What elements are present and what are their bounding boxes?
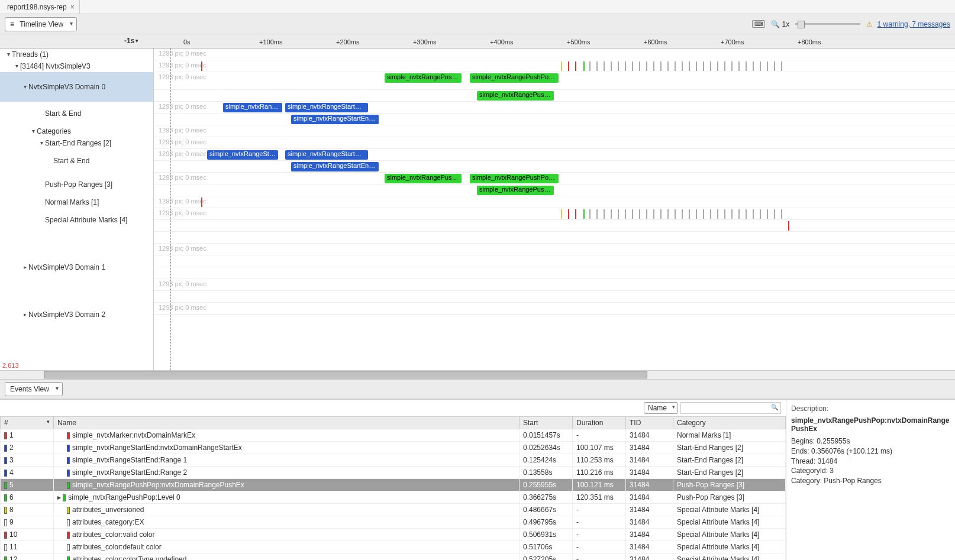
nvtx-mark[interactable] — [696, 61, 697, 71]
nvtx-mark[interactable] — [774, 61, 775, 71]
table-row[interactable]: 1simple_nvtxMarker:nvtxDomainMarkEx0.015… — [1, 429, 786, 442]
nvtx-mark[interactable] — [724, 61, 725, 71]
nvtx-mark[interactable] — [568, 209, 569, 219]
nvtx-mark[interactable] — [660, 209, 662, 219]
col-start[interactable]: Start — [520, 417, 573, 429]
nvtx-mark[interactable] — [717, 61, 718, 71]
table-row[interactable]: 11attributes_color:default color0.51706s… — [1, 541, 786, 553]
track-row[interactable]: 1293 px; 0 msec — [154, 208, 955, 220]
tree-row[interactable]: Start & End — [0, 149, 153, 173]
track-row[interactable] — [154, 220, 955, 232]
track-row[interactable] — [154, 255, 955, 267]
track-row[interactable]: simple_nvtxRangeStartEnd… — [154, 161, 955, 173]
nvtx-mark[interactable] — [696, 209, 697, 219]
nvtx-mark[interactable] — [604, 61, 605, 71]
nvtx-range[interactable]: simple_nvtxRangeStartEn… — [285, 103, 368, 112]
nvtx-mark[interactable] — [561, 61, 562, 71]
nvtx-mark[interactable] — [760, 209, 761, 219]
tree-row[interactable]: ▾Start-End Ranges [2] — [0, 137, 153, 149]
track-row[interactable]: simple_nvtxRangePush… — [154, 184, 955, 196]
nvtx-mark[interactable] — [604, 209, 605, 219]
nvtx-mark[interactable] — [781, 209, 782, 219]
track-row[interactable]: 1293 px; 0 msec — [154, 60, 955, 72]
nvtx-mark[interactable] — [689, 61, 690, 71]
close-icon[interactable]: × — [70, 3, 75, 11]
tree-row[interactable]: Start & End — [0, 102, 153, 125]
track-row[interactable]: simple_nvtxRangePush… — [154, 90, 955, 102]
nvtx-range[interactable]: simple_nvtxRangeStartEnd… — [291, 115, 379, 124]
nvtx-mark[interactable] — [653, 209, 654, 219]
nvtx-mark[interactable] — [675, 61, 676, 71]
track-row[interactable]: 1293 px; 0 msec — [154, 48, 955, 60]
nvtx-mark[interactable] — [596, 209, 598, 219]
track-row[interactable]: 1293 px; 0 msec — [154, 244, 955, 255]
scroll-thumb[interactable] — [44, 371, 647, 378]
nvtx-range[interactable]: simple_nvtxRangeStartEn… — [285, 150, 368, 160]
expand-icon[interactable]: ▾ — [21, 83, 28, 90]
nvtx-mark[interactable] — [675, 209, 676, 219]
expand-icon[interactable]: ▸ — [21, 311, 28, 318]
ruler-origin[interactable]: -1s▾ — [124, 37, 138, 45]
nvtx-mark[interactable] — [575, 209, 576, 219]
events-table[interactable]: #▾ Name Start Duration TID Category 1sim… — [0, 416, 786, 560]
table-row[interactable]: 6▸ simple_nvtxRangePushPop:Level 00.3662… — [1, 491, 786, 504]
nvtx-mark[interactable] — [738, 209, 740, 219]
col-duration[interactable]: Duration — [573, 417, 626, 429]
nvtx-mark[interactable] — [646, 209, 647, 219]
tree-row[interactable]: Normal Marks [1] — [0, 196, 153, 208]
nvtx-range[interactable]: simple_nvtxRangePushPop:L… — [470, 73, 559, 83]
expand-icon[interactable]: ▾ — [5, 51, 12, 57]
zoom-control[interactable]: 🔍 1x — [771, 20, 790, 28]
nvtx-range[interactable]: simple_nvtxRangePush… — [385, 73, 462, 83]
tree-row[interactable]: ▾NvtxSimpleV3 Domain 0 — [0, 72, 153, 102]
track-row[interactable] — [154, 267, 955, 279]
table-row[interactable]: 2simple_nvtxRangeStartEnd:nvtxDomainRang… — [1, 442, 786, 454]
nvtx-mark[interactable] — [682, 61, 683, 71]
nvtx-mark[interactable] — [753, 61, 754, 71]
track-row[interactable]: 1293 px; 0 msec — [154, 196, 955, 208]
table-row[interactable]: 4simple_nvtxRangeStartEnd:Range 20.13558… — [1, 467, 786, 479]
table-row[interactable]: 12attributes_color:colorType undefined0.… — [1, 553, 786, 561]
nvtx-mark[interactable] — [646, 61, 647, 71]
zoom-slider[interactable] — [795, 23, 860, 25]
expand-icon[interactable]: ▾ — [13, 63, 20, 69]
nvtx-mark[interactable] — [625, 209, 626, 219]
tree-row[interactable]: Push-Pop Ranges [3] — [0, 173, 153, 196]
track-row[interactable]: 1293 px; 0 msecsimple_nvtxRangePush…simp… — [154, 72, 955, 90]
nvtx-mark[interactable] — [731, 209, 733, 219]
track-row[interactable]: 1293 px; 0 msecsimple_nvtxRangeStart…sim… — [154, 149, 955, 161]
nvtx-mark[interactable] — [589, 209, 591, 219]
nvtx-mark[interactable] — [767, 209, 768, 219]
tree-row[interactable]: ▸NvtxSimpleV3 Domain 2 — [0, 303, 153, 326]
timeline-tree[interactable]: ▾Threads (1)▾[31484] NvtxSimpleV3▾NvtxSi… — [0, 48, 154, 370]
nvtx-mark[interactable] — [632, 209, 633, 219]
nvtx-mark[interactable] — [724, 209, 725, 219]
nvtx-range[interactable]: simple_nvtxRangePushPop:L… — [470, 174, 559, 183]
nvtx-mark[interactable] — [632, 61, 633, 71]
tree-row[interactable]: ▾Threads (1) — [0, 48, 153, 60]
col-tid[interactable]: TID — [626, 417, 673, 429]
tree-row[interactable]: ▸NvtxSimpleV3 Domain 1 — [0, 255, 153, 279]
view-select[interactable]: Timeline View — [5, 17, 77, 31]
filter-by-select[interactable]: Name — [644, 402, 678, 414]
nvtx-mark[interactable] — [710, 61, 711, 71]
col-name[interactable]: Name — [54, 417, 520, 429]
nvtx-mark[interactable] — [788, 221, 789, 231]
nvtx-mark[interactable] — [760, 61, 761, 71]
time-ruler[interactable]: -1s▾ 0s +100ms +200ms +300ms +400ms +500… — [0, 34, 955, 48]
nvtx-mark[interactable] — [703, 209, 704, 219]
track-row[interactable] — [154, 291, 955, 303]
nvtx-mark[interactable] — [618, 61, 619, 71]
table-row[interactable]: 8attributes_unversioned0.486667s-31484Sp… — [1, 504, 786, 516]
nvtx-mark[interactable] — [589, 61, 591, 71]
expand-icon[interactable]: ▾ — [38, 140, 45, 146]
nvtx-mark[interactable] — [667, 209, 669, 219]
nvtx-range[interactable]: simple_nvtxRangePush… — [477, 186, 554, 195]
nvtx-mark[interactable] — [746, 61, 747, 71]
timeline-tracks[interactable]: 1293 px; 0 msec1293 px; 0 msec1293 px; 0… — [154, 48, 955, 370]
nvtx-mark[interactable] — [575, 61, 576, 71]
nvtx-mark[interactable] — [767, 61, 768, 71]
nvtx-mark[interactable] — [639, 61, 640, 71]
track-row[interactable]: 1293 px; 0 msec — [154, 125, 955, 137]
tree-row[interactable]: Special Attribute Marks [4] — [0, 208, 153, 232]
